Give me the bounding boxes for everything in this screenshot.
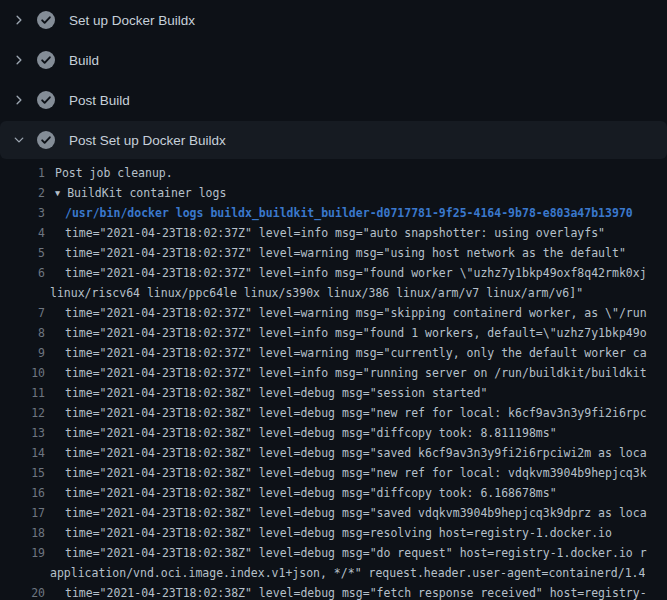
log-text: time="2021-04-23T18:02:38Z" level=debug … — [45, 403, 647, 423]
log-line: 9time="2021-04-23T18:02:37Z" level=warni… — [0, 343, 667, 363]
step-list: Set up Docker BuildxBuildPost BuildPost … — [0, 0, 667, 159]
log-line: 13time="2021-04-23T18:02:38Z" level=debu… — [0, 423, 667, 443]
log-line: 16time="2021-04-23T18:02:38Z" level=debu… — [0, 483, 667, 503]
step-label: Post Set up Docker Buildx — [69, 133, 226, 148]
log-line: 15time="2021-04-23T18:02:38Z" level=debu… — [0, 463, 667, 483]
line-number[interactable]: 16 — [0, 483, 45, 503]
log-line: 17time="2021-04-23T18:02:38Z" level=debu… — [0, 503, 667, 523]
line-number — [0, 283, 45, 303]
check-circle-icon — [37, 131, 55, 149]
log-text: time="2021-04-23T18:02:37Z" level=warnin… — [45, 343, 647, 363]
log-text: time="2021-04-23T18:02:38Z" level=debug … — [45, 543, 647, 563]
log-text: time="2021-04-23T18:02:37Z" level=info m… — [45, 363, 647, 383]
step-header-post-set-up-docker-buildx[interactable]: Post Set up Docker Buildx — [0, 121, 667, 159]
log-output: 1Post job cleanup.2▼BuildKit container l… — [0, 160, 667, 600]
line-number[interactable]: 1 — [0, 163, 45, 183]
log-line: 5time="2021-04-23T18:02:37Z" level=warni… — [0, 243, 667, 263]
line-number[interactable]: 7 — [0, 303, 45, 323]
line-number[interactable]: 17 — [0, 503, 45, 523]
log-text: time="2021-04-23T18:02:38Z" level=debug … — [45, 503, 647, 523]
log-line: 18time="2021-04-23T18:02:38Z" level=debu… — [0, 523, 667, 543]
log-text: application/vnd.oci.image.index.v1+json,… — [45, 563, 645, 583]
log-line: 4time="2021-04-23T18:02:37Z" level=info … — [0, 223, 667, 243]
log-command-text: /usr/bin/docker logs buildx_buildkit_bui… — [45, 203, 633, 223]
log-line: 14time="2021-04-23T18:02:38Z" level=debu… — [0, 443, 667, 463]
log-text: time="2021-04-23T18:02:37Z" level=warnin… — [45, 243, 626, 263]
log-line: 10time="2021-04-23T18:02:37Z" level=info… — [0, 363, 667, 383]
line-number[interactable]: 15 — [0, 463, 45, 483]
chevron-right-icon — [12, 93, 26, 107]
line-number[interactable]: 14 — [0, 443, 45, 463]
chevron-down-icon — [12, 133, 26, 147]
log-line: 6time="2021-04-23T18:02:37Z" level=info … — [0, 263, 667, 283]
log-line: 11time="2021-04-23T18:02:38Z" level=debu… — [0, 383, 667, 403]
step-label: Set up Docker Buildx — [69, 13, 195, 28]
log-line: 12time="2021-04-23T18:02:38Z" level=debu… — [0, 403, 667, 423]
log-line: 7time="2021-04-23T18:02:37Z" level=warni… — [0, 303, 667, 323]
log-line: 1Post job cleanup. — [0, 163, 667, 183]
chevron-right-icon — [12, 13, 26, 27]
line-number[interactable]: 11 — [0, 383, 45, 403]
actions-log-viewer: Set up Docker BuildxBuildPost BuildPost … — [0, 0, 667, 600]
log-text: time="2021-04-23T18:02:37Z" level=info m… — [45, 263, 647, 283]
log-text: time="2021-04-23T18:02:38Z" level=debug … — [45, 443, 647, 463]
log-line: 8time="2021-04-23T18:02:37Z" level=info … — [0, 323, 667, 343]
line-number[interactable]: 12 — [0, 403, 45, 423]
line-number[interactable]: 2 — [0, 183, 45, 203]
log-text: time="2021-04-23T18:02:38Z" level=debug … — [45, 383, 487, 403]
step-label: Build — [69, 53, 99, 68]
step-header-set-up-docker-buildx[interactable]: Set up Docker Buildx — [0, 0, 667, 40]
check-circle-icon — [37, 51, 55, 69]
line-number[interactable]: 5 — [0, 243, 45, 263]
log-text: time="2021-04-23T18:02:38Z" level=debug … — [45, 523, 612, 543]
line-number[interactable]: 9 — [0, 343, 45, 363]
chevron-right-icon — [12, 53, 26, 67]
line-number[interactable]: 18 — [0, 523, 45, 543]
line-number[interactable]: 6 — [0, 263, 45, 283]
step-header-post-build[interactable]: Post Build — [0, 80, 667, 120]
log-text: Post job cleanup. — [45, 163, 173, 183]
line-number[interactable]: 4 — [0, 223, 45, 243]
log-line-continuation: linux/riscv64 linux/ppc64le linux/s390x … — [0, 283, 667, 303]
line-number[interactable]: 3 — [0, 203, 45, 223]
group-label: BuildKit container logs — [67, 186, 226, 200]
log-text: linux/riscv64 linux/ppc64le linux/s390x … — [45, 283, 583, 303]
log-text: time="2021-04-23T18:02:38Z" level=debug … — [45, 583, 647, 600]
log-line: 19time="2021-04-23T18:02:38Z" level=debu… — [0, 543, 667, 563]
line-number[interactable]: 13 — [0, 423, 45, 443]
log-text: time="2021-04-23T18:02:38Z" level=debug … — [45, 423, 557, 443]
line-number[interactable]: 19 — [0, 543, 45, 563]
log-text: time="2021-04-23T18:02:38Z" level=debug … — [45, 463, 647, 483]
log-line: 20time="2021-04-23T18:02:38Z" level=debu… — [0, 583, 667, 600]
log-line: 2▼BuildKit container logs — [0, 183, 667, 203]
line-number[interactable]: 10 — [0, 363, 45, 383]
log-text: time="2021-04-23T18:02:37Z" level=info m… — [45, 223, 605, 243]
log-text: time="2021-04-23T18:02:37Z" level=info m… — [45, 323, 647, 343]
check-circle-icon — [37, 91, 55, 109]
step-header-build[interactable]: Build — [0, 40, 667, 80]
log-text: time="2021-04-23T18:02:37Z" level=warnin… — [45, 303, 647, 323]
log-group-toggle[interactable]: ▼BuildKit container logs — [45, 183, 226, 203]
step-label: Post Build — [69, 93, 130, 108]
log-line: 3/usr/bin/docker logs buildx_buildkit_bu… — [0, 203, 667, 223]
line-number[interactable]: 20 — [0, 583, 45, 600]
log-text: time="2021-04-23T18:02:38Z" level=debug … — [45, 483, 557, 503]
check-circle-icon — [37, 11, 55, 29]
group-expanded-triangle-icon: ▼ — [55, 183, 60, 203]
line-number[interactable]: 8 — [0, 323, 45, 343]
line-number — [0, 563, 45, 583]
log-line-continuation: application/vnd.oci.image.index.v1+json,… — [0, 563, 667, 583]
